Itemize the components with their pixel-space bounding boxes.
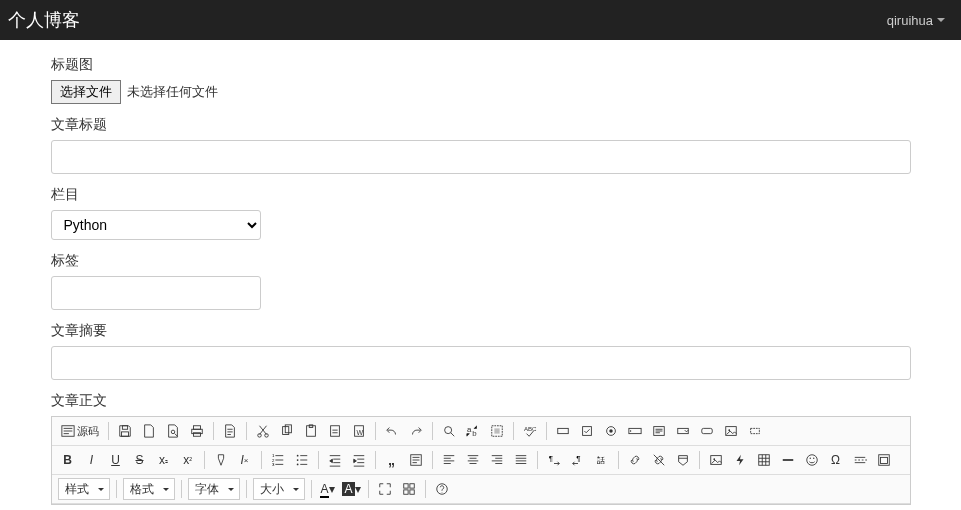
select-field-icon[interactable]: [672, 420, 694, 442]
find-icon[interactable]: [438, 420, 460, 442]
iframe-icon[interactable]: [873, 449, 895, 471]
numbered-list-icon[interactable]: 123: [267, 449, 289, 471]
rich-text-editor: 源码 W ab: [51, 416, 911, 505]
category-select[interactable]: Python: [51, 210, 261, 240]
toolbar-separator: [375, 422, 376, 440]
copy-format-icon[interactable]: [210, 449, 232, 471]
paste-word-icon[interactable]: W: [348, 420, 370, 442]
image-icon[interactable]: [705, 449, 727, 471]
replace-icon[interactable]: ab: [462, 420, 484, 442]
print-icon[interactable]: [186, 420, 208, 442]
brand-title[interactable]: 个人博客: [8, 8, 80, 32]
svg-point-37: [296, 459, 298, 461]
toolbar-separator: [116, 480, 117, 498]
hidden-field-icon[interactable]: [744, 420, 766, 442]
select-all-icon[interactable]: [486, 420, 508, 442]
choose-file-button[interactable]: 选择文件: [51, 80, 121, 104]
toolbar-separator: [213, 422, 214, 440]
form-icon[interactable]: [552, 420, 574, 442]
svg-rect-22: [557, 428, 568, 433]
templates-icon[interactable]: [219, 420, 241, 442]
table-icon[interactable]: [753, 449, 775, 471]
radio-icon[interactable]: [600, 420, 622, 442]
textfield-icon[interactable]: [624, 420, 646, 442]
align-left-icon[interactable]: [438, 449, 460, 471]
title-input[interactable]: [51, 140, 911, 174]
button-field-icon[interactable]: [696, 420, 718, 442]
source-button[interactable]: 源码: [57, 420, 103, 442]
smiley-icon[interactable]: [801, 449, 823, 471]
special-char-icon[interactable]: Ω: [825, 449, 847, 471]
align-center-icon[interactable]: [462, 449, 484, 471]
align-right-icon[interactable]: [486, 449, 508, 471]
blockquote-icon[interactable]: „: [381, 449, 403, 471]
toolbar-separator: [246, 422, 247, 440]
toolbar-separator: [246, 480, 247, 498]
paste-text-icon[interactable]: [324, 420, 346, 442]
summary-input[interactable]: [51, 346, 911, 380]
toolbar-separator: [432, 422, 433, 440]
tags-input[interactable]: [51, 276, 261, 310]
redo-icon[interactable]: [405, 420, 427, 442]
svg-rect-20: [494, 428, 499, 433]
strike-icon[interactable]: S: [129, 449, 151, 471]
cut-icon[interactable]: [252, 420, 274, 442]
svg-point-36: [296, 455, 298, 457]
editor-toolbar-row-2: B I U S x₂ x² I× 123 „: [52, 446, 910, 475]
svg-text:ABC: ABC: [523, 425, 536, 432]
paste-icon[interactable]: [300, 420, 322, 442]
flash-icon[interactable]: [729, 449, 751, 471]
underline-icon[interactable]: U: [105, 449, 127, 471]
svg-text:3: 3: [271, 462, 274, 467]
image-button-icon[interactable]: [720, 420, 742, 442]
textarea-icon[interactable]: [648, 420, 670, 442]
page-break-icon[interactable]: [849, 449, 871, 471]
save-icon[interactable]: [114, 420, 136, 442]
link-icon[interactable]: [624, 449, 646, 471]
ltr-icon[interactable]: ¶: [543, 449, 565, 471]
cover-label: 标题图: [51, 56, 911, 74]
anchor-icon[interactable]: [672, 449, 694, 471]
checkbox-icon[interactable]: [576, 420, 598, 442]
toolbar-separator: [375, 451, 376, 469]
svg-rect-5: [193, 426, 200, 430]
outdent-icon[interactable]: [324, 449, 346, 471]
rtl-icon[interactable]: ¶: [567, 449, 589, 471]
italic-icon[interactable]: I: [81, 449, 103, 471]
bold-icon[interactable]: B: [57, 449, 79, 471]
size-combo[interactable]: 大小: [253, 478, 305, 500]
editor-toolbar-row-3: 样式 格式 字体 大小 A▾ A▾: [52, 475, 910, 504]
show-blocks-icon[interactable]: [398, 478, 420, 500]
hr-icon[interactable]: [777, 449, 799, 471]
superscript-icon[interactable]: x²: [177, 449, 199, 471]
remove-format-icon[interactable]: I×: [234, 449, 256, 471]
preview-icon[interactable]: [162, 420, 184, 442]
toolbar-separator: [311, 480, 312, 498]
new-page-icon[interactable]: [138, 420, 160, 442]
spellcheck-icon[interactable]: ABC: [519, 420, 541, 442]
category-label: 栏目: [51, 186, 911, 204]
svg-text:W: W: [356, 429, 363, 436]
summary-label: 文章摘要: [51, 322, 911, 340]
div-icon[interactable]: [405, 449, 427, 471]
source-button-label: 源码: [77, 424, 99, 439]
format-combo[interactable]: 格式: [123, 478, 175, 500]
styles-combo[interactable]: 样式: [58, 478, 110, 500]
user-menu[interactable]: qiruihua: [887, 13, 945, 28]
font-combo[interactable]: 字体: [188, 478, 240, 500]
copy-icon[interactable]: [276, 420, 298, 442]
undo-icon[interactable]: [381, 420, 403, 442]
about-icon[interactable]: [431, 478, 453, 500]
align-justify-icon[interactable]: [510, 449, 532, 471]
maximize-icon[interactable]: [374, 478, 396, 500]
navbar: 个人博客 qiruihua: [0, 0, 961, 40]
language-icon[interactable]: 話: [591, 449, 613, 471]
indent-icon[interactable]: [348, 449, 370, 471]
text-color-icon[interactable]: A▾: [317, 478, 339, 500]
unlink-icon[interactable]: [648, 449, 670, 471]
bg-color-icon[interactable]: A▾: [341, 478, 363, 500]
bullet-list-icon[interactable]: [291, 449, 313, 471]
svg-rect-32: [750, 428, 759, 433]
tags-label: 标签: [51, 252, 911, 270]
subscript-icon[interactable]: x₂: [153, 449, 175, 471]
